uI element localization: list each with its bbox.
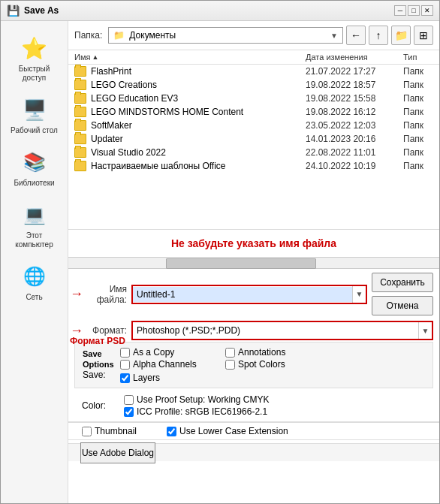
window-title: Save As (24, 5, 59, 16)
table-row[interactable]: Настраиваемые шаблоны Office 24.10.2022 … (68, 159, 439, 173)
lowercase-checkbox[interactable] (167, 427, 176, 436)
file-date: 19.08.2022 15:58 (306, 93, 403, 104)
file-list[interactable]: FlashPrint 21.07.2022 17:27 Папк LEGO Cr… (68, 65, 439, 230)
save-options-checkboxes: As a Copy Annotations Alpha Channels (120, 347, 323, 383)
horizontal-scrollbar[interactable] (68, 257, 439, 269)
file-type: Папк (403, 147, 433, 158)
col-name-header[interactable]: Имя ▲ (74, 53, 306, 62)
col-type-header[interactable]: Тип (403, 53, 433, 62)
folder-icon (74, 120, 86, 131)
main-content: ⭐ Быстрый доступ 🖥️ Рабочий стол 📚 Библи… (1, 21, 439, 503)
file-type: Папк (403, 161, 433, 171)
color-label: Color: (82, 400, 119, 411)
file-name: Visual Studio 2022 (91, 147, 306, 158)
network-label: Сеть (26, 293, 42, 302)
format-dropdown[interactable]: Photoshop (*.PSD;*.PDD) ▼ (131, 321, 433, 340)
color-row: Color: Use Proof Setup: Working CMYK ICC… (82, 394, 426, 417)
view-button[interactable]: ⊞ (414, 26, 433, 45)
use-adobe-button[interactable]: Use Adobe Dialog (80, 442, 155, 463)
folder-icon (74, 93, 86, 104)
filename-dropdown-arrow[interactable]: ▼ (352, 286, 366, 303)
annotations-checkbox[interactable] (225, 348, 235, 358)
color-options: Use Proof Setup: Working CMYK ICC Profil… (124, 394, 270, 417)
table-row[interactable]: LEGO MINDSTORMS HOME Content 19.08.2022 … (68, 105, 439, 119)
thumbnail-item: Thumbnail (82, 426, 137, 436)
file-name: LEGO Education EV3 (91, 93, 306, 104)
back-button[interactable]: ← (346, 26, 366, 45)
layers-item: Layers (120, 373, 323, 383)
proof-setup-item: Use Proof Setup: Working CMYK (124, 394, 270, 405)
file-name: FlashPrint (91, 66, 306, 77)
computer-icon: 💻 (20, 200, 50, 230)
icc-profile-checkbox[interactable] (124, 407, 134, 417)
spot-colors-checkbox[interactable] (225, 360, 235, 370)
alpha-channels-checkbox[interactable] (120, 360, 130, 370)
thumbnail-checkbox[interactable] (82, 427, 92, 436)
close-button[interactable]: ✕ (421, 5, 433, 16)
sidebar-item-network[interactable]: 🌐 Сеть (5, 257, 65, 306)
color-section: Color: Use Proof Setup: Working CMYK ICC… (68, 391, 439, 421)
format-dropdown-arrow: ▼ (418, 322, 432, 339)
file-date: 24.10.2022 10:19 (306, 161, 403, 171)
as-a-copy-checkbox[interactable] (120, 348, 130, 358)
new-folder-button[interactable]: 📁 (391, 26, 411, 45)
table-row[interactable]: Visual Studio 2022 22.08.2022 11:01 Папк (68, 146, 439, 159)
format-value: Photoshop (*.PSD;*.PDD) (133, 323, 418, 338)
file-name: LEGO Creations (91, 80, 306, 90)
table-row[interactable]: FlashPrint 21.07.2022 17:27 Папк (68, 65, 439, 78)
up-button[interactable]: ↑ (369, 26, 388, 45)
file-type: Папк (403, 80, 433, 90)
as-a-copy-item: As a Copy (120, 347, 218, 358)
filename-row: → Имя файла: ▼ Сохранить Отмена (68, 269, 439, 319)
lowercase-label: Use Lower Case Extension (179, 426, 288, 436)
table-row[interactable]: LEGO Creations 19.08.2022 18:57 Папк (68, 78, 439, 92)
table-row[interactable]: LEGO Education EV3 19.08.2022 15:58 Папк (68, 92, 439, 105)
proof-setup-checkbox[interactable] (124, 395, 134, 405)
folder-icon (74, 80, 86, 90)
layers-checkbox[interactable] (120, 373, 130, 383)
filename-row-wrap: → Имя файла: ▼ Сохранить Отмена (68, 269, 439, 319)
file-list-header: Имя ▲ Дата изменения Тип (68, 50, 439, 65)
file-date: 19.08.2022 16:12 (306, 107, 403, 117)
folder-icon (74, 66, 86, 77)
alpha-channels-item: Alpha Channels (120, 359, 218, 370)
desktop-icon: 🖥️ (20, 95, 50, 125)
folder-icon (74, 134, 86, 144)
cancel-button[interactable]: Отмена (372, 296, 433, 315)
sidebar-item-desktop[interactable]: 🖥️ Рабочий стол (5, 90, 65, 140)
maximize-button[interactable]: □ (408, 5, 420, 16)
sidebar-item-computer[interactable]: 💻 Этот компьютер (5, 195, 65, 254)
main-area: Папка: 📁 Документы ▼ ← ↑ 📁 ⊞ Имя ▲ Дата … (68, 21, 439, 503)
table-row[interactable]: Updater 14.01.2023 20:16 Папк (68, 132, 439, 146)
file-type: Папк (403, 120, 433, 131)
folder-name: Документы (129, 30, 330, 41)
scrollbar-thumb[interactable] (166, 258, 316, 269)
save-button[interactable]: Сохранить (372, 273, 433, 292)
save-options-heading: Save Options (83, 349, 114, 369)
file-type: Папк (403, 66, 433, 77)
alpha-channels-label: Alpha Channels (133, 359, 197, 370)
button-group: Сохранить Отмена (372, 273, 433, 315)
save-as-window: 💾 Save As ─ □ ✕ ⭐ Быстрый доступ 🖥️ Рабо… (0, 0, 440, 504)
filename-input[interactable] (133, 287, 352, 302)
table-row[interactable]: SoftMaker 23.05.2022 12:03 Папк (68, 119, 439, 132)
sidebar-item-libraries[interactable]: 📚 Библиотеки (5, 143, 65, 192)
col-date-header[interactable]: Дата изменения (306, 53, 403, 62)
computer-label: Этот компьютер (8, 231, 62, 249)
quick-access-label: Быстрый доступ (8, 65, 62, 83)
save-options-row: Save Options Save: As a Copy Annotations (83, 347, 425, 383)
quick-access-icon: ⭐ (20, 33, 50, 63)
file-name: Updater (91, 134, 306, 144)
file-name: Настраиваемые шаблоны Office (91, 161, 306, 171)
icc-profile-item: ICC Profile: sRGB IEC61966-2.1 (124, 406, 270, 417)
save-options-title: Save Options Save: (83, 349, 120, 380)
sidebar-item-quick-access[interactable]: ⭐ Быстрый доступ (5, 29, 65, 87)
file-date: 22.08.2022 11:01 (306, 147, 403, 158)
layers-label: Layers (133, 373, 160, 383)
red-message: Не забудьте указать имя файла (68, 230, 439, 257)
desktop-label: Рабочий стол (11, 126, 58, 135)
folder-dropdown[interactable]: 📁 Документы ▼ (108, 27, 343, 44)
minimize-button[interactable]: ─ (394, 5, 406, 16)
arrow-indicator-filename: → (70, 286, 83, 302)
file-type: Папк (403, 107, 433, 117)
